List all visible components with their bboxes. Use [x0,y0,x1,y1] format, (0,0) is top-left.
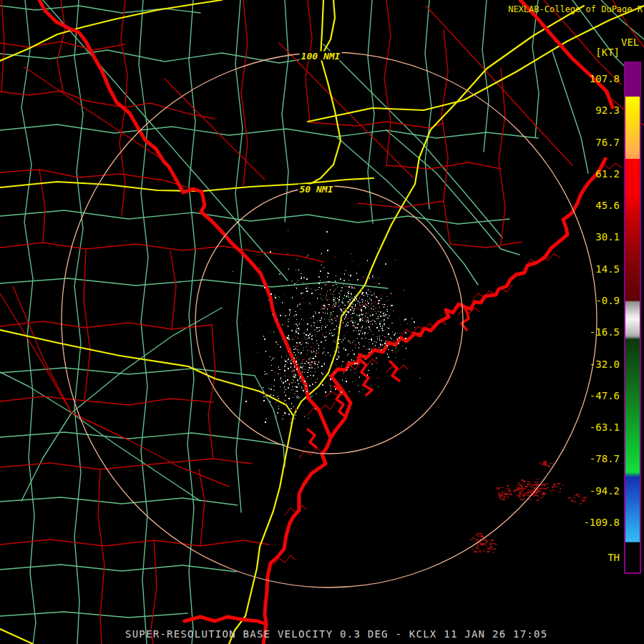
velocity-speckles-bin [286,337,288,338]
offshore-echoes-bin [502,492,504,493]
velocity-speckles-bin [311,338,313,340]
velocity-speckles-bin [317,357,318,358]
velocity-speckles-bin [296,361,297,362]
velocity-speckles-bin [361,335,362,336]
velocity-speckles-bin [316,393,317,394]
velocity-speckles-bin [293,397,293,398]
velocity-speckles-bin [286,353,286,353]
velocity-speckles-bin [361,313,362,315]
offshore-echoes-bin [550,463,552,464]
offshore-echoes-bin [534,492,537,494]
velocity-speckles-bin [323,308,325,309]
offshore-echoes-bin [552,490,552,492]
offshore-echoes-bin [521,480,525,481]
offshore-echoes-bin [483,550,484,552]
offshore-echoes-bin [517,487,520,489]
velocity-speckles-bin [353,325,353,326]
velocity-speckles-bin [309,385,311,386]
velocity-speckles-bin [308,358,310,359]
velocity-speckles-bin [338,343,339,344]
velocity-speckles-bin [355,301,356,302]
velocity-speckles-bin [381,269,383,270]
offshore-echoes-bin [486,545,487,547]
highways-path [0,0,222,61]
velocity-speckles-bin [353,311,354,311]
velocity-speckles-bin [278,374,279,374]
velocity-speckles-bin [275,357,275,358]
velocity-speckles-bin [288,353,290,353]
offshore-echoes-bin [507,496,507,497]
velocity-speckles-bin [325,324,326,325]
velocity-speckles-bin [345,317,346,318]
velocity-speckles-bin [363,313,364,315]
velocity-speckles-bin [364,318,365,319]
velocity-speckles-bin [307,323,308,325]
velocity-speckles-bin [335,389,336,390]
velocity-speckles-bin [327,325,328,326]
velocity-speckles-bin [311,396,311,398]
green-roads [0,0,644,644]
velocity-speckles-bin [292,337,293,338]
velocity-speckles-bin [284,391,285,393]
velocity-speckles-bin [321,253,322,254]
velocity-speckles-bin [389,325,390,326]
offshore-echoes-bin [525,494,527,495]
velocity-speckles-bin [290,348,291,349]
velocity-speckles-bin [295,355,296,356]
velocity-speckles-bin [374,311,376,312]
velocity-speckles-bin [303,277,305,278]
velocity-speckles-bin [403,359,404,360]
velocity-speckles-bin [273,395,274,396]
velocity-speckles-bin [321,329,322,330]
velocity-speckles-bin [315,371,316,372]
velocity-speckles-bin [265,421,266,423]
offshore-echoes-bin [492,492,493,493]
velocity-speckles-bin [294,333,296,334]
county-borders-path [0,321,212,329]
velocity-speckles-bin [316,350,317,351]
velocity-speckles-bin [288,230,288,231]
velocity-speckles-bin [319,330,320,331]
velocity-speckles-bin [325,297,326,298]
velocity-speckles-bin [322,353,323,353]
velocity-speckles-bin [312,343,313,343]
velocity-speckles-bin [258,352,258,353]
velocity-speckles-bin [308,362,309,364]
velocity-speckles-bin [336,318,338,318]
velocity-speckles-bin [300,366,301,367]
offshore-echoes-bin [562,485,564,486]
velocity-speckles-bin [369,352,370,353]
velocity-speckles-bin [324,364,325,365]
state-river-path [263,159,605,644]
velocity-speckles-bin [287,379,288,381]
velocity-speckles-bin [311,325,312,326]
velocity-speckles-bin [379,283,380,284]
velocity-speckles-bin [396,353,397,353]
velocity-speckles-bin [337,316,338,317]
offshore-echoes-bin [507,497,508,498]
velocity-speckles-bin [398,343,399,344]
offshore-echoes-bin [552,490,555,491]
velocity-speckles-bin [280,374,281,374]
velocity-speckles-bin [406,323,408,324]
velocity-speckles-bin [356,353,358,353]
velocity-speckles-bin [298,380,298,381]
velocity-speckles-bin [300,353,301,354]
velocity-speckles-bin [372,320,374,321]
velocity-speckles-bin [298,304,298,305]
velocity-speckles-bin [367,301,368,302]
velocity-speckles-bin [358,309,359,310]
velocity-speckles-bin [412,332,413,333]
velocity-speckles-bin [333,318,335,319]
velocity-speckles-bin [298,398,299,399]
velocity-speckles-bin [293,352,295,353]
velocity-speckles-bin [297,306,298,307]
velocity-speckles-bin [338,306,338,307]
velocity-speckles-bin [282,302,283,303]
velocity-speckles-bin [264,287,265,288]
county-borders-path [98,469,104,644]
velocity-speckles-bin [308,369,309,371]
velocity-speckles-bin [299,303,301,305]
green-roads-path [425,0,431,209]
velocity-speckles-bin [363,301,364,301]
